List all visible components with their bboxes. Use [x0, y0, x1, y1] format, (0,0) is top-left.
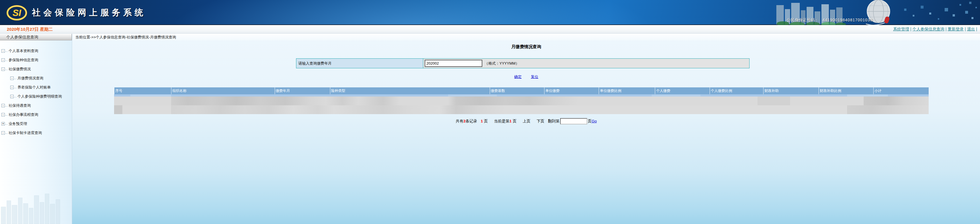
tree-connector	[5, 68, 8, 70]
sidebar-item-business-pre-acceptance[interactable]: +业务预受理	[0, 119, 72, 128]
tree-connector	[5, 104, 8, 106]
table-substripe	[114, 94, 929, 96]
goto-page-prefix: 翻到第	[548, 119, 560, 123]
result-table: 序号 组织名称 缴费年月 险种类型 缴费基数 单位缴费 单位缴费比例 个人缴费 …	[114, 87, 929, 114]
query-label: 请输入查询缴费年月	[296, 58, 423, 68]
redacted-row	[114, 96, 929, 105]
th-org-name: 组织名称	[171, 87, 275, 94]
tree-connector	[5, 132, 8, 134]
sidebar-item-label[interactable]: 社保卡制卡进度查询	[8, 131, 42, 135]
sidebar-item-personal-basic-info-query[interactable]: -个人基本资料查询	[0, 46, 72, 55]
go-button[interactable]: Go	[592, 119, 597, 123]
page-title: 月缴费情况查询	[72, 44, 980, 49]
nav-logout[interactable]: 退出	[967, 27, 975, 31]
sidebar-item-label[interactable]: 业务预受理	[8, 121, 27, 126]
pagination: 共有2条记录 1 页 当前是第1 页 上页 下页 翻到第页Go	[72, 118, 980, 125]
th-payment-base: 缴费基数	[490, 87, 544, 94]
tree-collapse-icon[interactable]: -	[2, 58, 5, 62]
th-employer-rate: 单位缴费比例	[599, 87, 655, 94]
th-personal-payment: 个人缴费	[655, 87, 710, 94]
tree-collapse-icon[interactable]: -	[2, 104, 5, 107]
citizen-id-value: 44190019840817001038	[822, 17, 873, 22]
sidebar-item-pension-personal-statement[interactable]: -养老保险个人对账单	[0, 82, 72, 91]
sidebar-item-card-progress-query[interactable]: -社保卡制卡进度查询	[0, 128, 72, 137]
th-subsidy-rate: 财政补助比例	[819, 87, 873, 94]
sidebar-item-social-insurance-payment[interactable]: -社保缴费情况	[0, 64, 72, 73]
tree-collapse-icon[interactable]: -	[2, 49, 5, 53]
form-actions: 确定 复位	[72, 74, 980, 79]
sidebar-item-label[interactable]: 社保缴费情况	[8, 67, 31, 71]
tree-collapse-icon[interactable]: -	[2, 68, 5, 71]
nav-re-login[interactable]: 重新登录	[948, 27, 964, 31]
sidebar-item-personal-payment-detail-query[interactable]: -个人参保险种缴费明细查询	[0, 91, 72, 101]
reset-link[interactable]: 复位	[531, 74, 538, 79]
goto-page-input[interactable]	[560, 118, 587, 125]
th-payment-month: 缴费年月	[275, 87, 330, 94]
system-title: 社会保险网上服务系统	[32, 7, 146, 19]
app-logo-icon: SI	[6, 5, 27, 21]
nav-personal-insurance-info-query[interactable]: 个人参保信息查询	[912, 27, 944, 31]
nav-separator: |	[965, 27, 966, 31]
payment-month-input[interactable]	[425, 60, 482, 67]
tree-collapse-icon[interactable]: -	[2, 131, 5, 135]
tree-collapse-icon[interactable]: -	[10, 77, 14, 80]
th-employer-payment: 单位缴费	[544, 87, 599, 94]
current-page-prefix: 当前是第	[494, 119, 509, 123]
confirm-link[interactable]: 确定	[514, 74, 522, 79]
goto-page-suffix: 页	[588, 119, 592, 123]
sidebar-item-label[interactable]: 养老保险个人对账单	[18, 85, 51, 89]
tree-connector	[14, 95, 16, 97]
sidebar-item-label[interactable]: 个人基本资料查询	[8, 49, 38, 53]
record-total-suffix: 条记录	[466, 119, 477, 123]
current-date: 2020年10月27日 星期二	[7, 27, 53, 32]
sidebar-item-label[interactable]: 个人参保险种缴费明细查询	[18, 94, 62, 98]
tree-connector	[5, 50, 8, 52]
th-subtotal: 小计	[873, 87, 929, 94]
tree-expand-icon[interactable]: +	[2, 122, 5, 126]
breadcrumb: 当前位置->>个人参保信息查询-社保缴费情况-月缴费情况查询	[72, 34, 980, 40]
th-insurance-type: 险种类型	[330, 87, 490, 94]
table-header-row: 序号 组织名称 缴费年月 险种类型 缴费基数 单位缴费 单位缴费比例 个人缴费 …	[114, 87, 929, 94]
sidebar-item-label[interactable]: 社保待遇查询	[8, 103, 31, 107]
tree-connector	[14, 86, 16, 88]
sidebar-header: 个人参保信息查询	[0, 34, 72, 40]
th-index: 序号	[114, 87, 171, 94]
page-count: 1	[481, 119, 483, 123]
sidebar-item-benefits-query[interactable]: -社保待遇查询	[0, 101, 72, 110]
query-form: 请输入查询缴费年月 （格式：YYYYMM）	[296, 58, 749, 68]
tree-connector	[5, 59, 8, 61]
sidebar-item-label[interactable]: 月缴费情况查询	[18, 76, 43, 80]
svg-text:SI: SI	[13, 8, 21, 18]
tree-connector	[5, 114, 8, 115]
tree-collapse-icon[interactable]: -	[2, 113, 5, 117]
sidebar-tree: -个人基本资料查询 -参保险种信息查询 -社保缴费情况 -月缴费情况查询 -养老…	[0, 40, 72, 137]
nav-separator: |	[910, 27, 911, 31]
sidebar-item-monthly-payment-query[interactable]: -月缴费情况查询	[0, 73, 72, 82]
content: 当前位置->>个人参保信息查询-社保缴费情况-月缴费情况查询 月缴费情况查询 请…	[72, 34, 980, 224]
page-count-suffix: 页	[484, 119, 488, 123]
sidebar-item-label[interactable]: 参保险种信息查询	[8, 58, 38, 62]
nav-separator: |	[945, 27, 947, 31]
record-total-prefix: 共有	[456, 119, 463, 123]
nav-system-management[interactable]: 系统管理	[893, 27, 909, 31]
nav-separator: |	[976, 27, 977, 31]
banner: SI 社会保险网上服务系统	[0, 0, 980, 25]
current-page-suffix: 页	[512, 119, 517, 123]
citizen-id: 公民身份证号码：44190019840817001038	[787, 17, 873, 23]
sidebar-item-insurance-type-info-query[interactable]: -参保险种信息查询	[0, 55, 72, 64]
sidebar: 个人参保信息查询 -个人基本资料查询 -参保险种信息查询 -社保缴费情况 -月缴…	[0, 34, 72, 224]
city-watermark	[0, 193, 64, 224]
next-page-button[interactable]: 下页	[536, 119, 544, 123]
tree-collapse-icon[interactable]: -	[10, 95, 14, 98]
topbar: 2020年10月27日 星期二 系统管理|个人参保信息查询|重新登录|退出|	[0, 25, 980, 33]
redacted-row	[114, 105, 929, 114]
sidebar-item-label[interactable]: 社保办事流程查询	[8, 112, 38, 117]
citizen-id-label: 公民身份证号码：	[787, 17, 819, 22]
tree-collapse-icon[interactable]: -	[10, 86, 14, 89]
sidebar-item-procedure-query[interactable]: -社保办事流程查询	[0, 110, 72, 119]
th-subsidy: 财政补助	[763, 87, 819, 94]
tree-connector	[5, 123, 8, 125]
th-personal-rate: 个人缴费比例	[710, 87, 763, 94]
page: SI 社会保险网上服务系统	[0, 0, 980, 224]
prev-page-button[interactable]: 上页	[523, 119, 530, 123]
